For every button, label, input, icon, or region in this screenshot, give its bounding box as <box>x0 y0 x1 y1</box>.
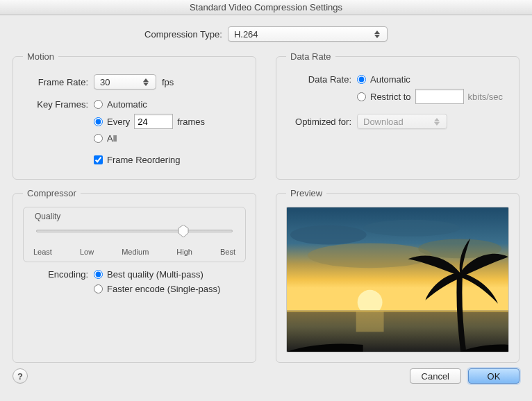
key-frames-every-input[interactable] <box>134 114 173 129</box>
key-frames-all-radio[interactable]: All <box>94 133 205 144</box>
data-rate-automatic-text: Automatic <box>370 74 410 85</box>
preview-group: Preview <box>276 188 519 363</box>
data-rate-restrict-text: Restrict to <box>370 92 411 102</box>
quality-tick-best: Best <box>220 248 235 256</box>
optimized-for-value: Download <box>363 117 404 127</box>
data-rate-legend: Data Rate <box>286 51 335 62</box>
encoding-faster-radio[interactable]: Faster encode (Single-pass) <box>94 284 220 294</box>
compression-type-select[interactable]: H.264 <box>228 26 388 42</box>
window-title: Standard Video Compression Settings <box>0 0 532 15</box>
key-frames-label: Key Frames: <box>23 99 88 110</box>
data-rate-label: Data Rate: <box>286 74 351 85</box>
compression-type-label: Compression Type: <box>144 29 222 40</box>
frame-rate-unit: fps <box>162 77 174 87</box>
quality-tick-low: Low <box>80 248 94 256</box>
quality-tick-medium: Medium <box>122 248 149 256</box>
compressor-group: Compressor Quality Least Low Medium High… <box>13 188 256 363</box>
stepper-icon <box>434 118 442 126</box>
data-rate-restrict-radio[interactable]: Restrict to kbits/sec <box>357 89 503 104</box>
key-frames-automatic-radio[interactable]: Automatic <box>94 99 205 110</box>
compressor-legend: Compressor <box>23 188 81 198</box>
quality-box: Quality Least Low Medium High Best <box>23 207 246 262</box>
encoding-faster-text: Faster encode (Single-pass) <box>107 284 220 294</box>
encoding-label: Encoding: <box>23 269 88 280</box>
optimized-for-select: Download <box>357 114 447 129</box>
svg-point-1 <box>290 225 367 245</box>
frame-reordering-label: Frame Reordering <box>107 155 181 165</box>
slider-thumb-icon[interactable] <box>178 225 189 237</box>
optimized-for-label: Optimized for: <box>286 117 351 127</box>
data-rate-restrict-input[interactable] <box>415 89 464 104</box>
svg-rect-8 <box>356 312 384 332</box>
quality-label: Quality <box>33 212 235 225</box>
data-rate-restrict-unit: kbits/sec <box>468 92 504 102</box>
preview-image <box>286 207 509 352</box>
svg-point-3 <box>308 244 432 268</box>
stepper-icon <box>374 31 383 38</box>
quality-tick-least: Least <box>33 248 52 256</box>
quality-tick-high: High <box>176 248 192 256</box>
frame-reordering-checkbox[interactable]: Frame Reordering <box>94 155 181 165</box>
key-frames-automatic-text: Automatic <box>107 99 147 110</box>
frame-rate-value: 30 <box>100 77 110 87</box>
data-rate-group: Data Rate Data Rate: Automatic Restrict … <box>276 51 519 180</box>
help-button[interactable]: ? <box>13 368 28 384</box>
key-frames-all-text: All <box>107 133 117 144</box>
preview-legend: Preview <box>286 188 326 198</box>
encoding-best-text: Best quality (Multi-pass) <box>107 269 203 280</box>
ok-button[interactable]: OK <box>468 368 519 384</box>
key-frames-every-radio[interactable]: Every frames <box>94 114 205 129</box>
frame-rate-label: Frame Rate: <box>23 77 88 87</box>
motion-legend: Motion <box>23 51 58 62</box>
compression-type-value: H.264 <box>234 29 258 40</box>
quality-slider[interactable] <box>36 227 233 246</box>
encoding-best-radio[interactable]: Best quality (Multi-pass) <box>94 269 220 280</box>
svg-rect-7 <box>287 311 508 312</box>
key-frames-every-unit: frames <box>177 117 205 127</box>
data-rate-automatic-radio[interactable]: Automatic <box>357 74 503 85</box>
cancel-button[interactable]: Cancel <box>410 368 461 384</box>
stepper-icon <box>143 78 151 86</box>
svg-point-2 <box>363 220 460 237</box>
key-frames-every-text: Every <box>107 117 130 127</box>
motion-group: Motion Frame Rate: 30 fps Key Frames: Au… <box>13 51 256 180</box>
frame-rate-select[interactable]: 30 <box>94 74 156 89</box>
